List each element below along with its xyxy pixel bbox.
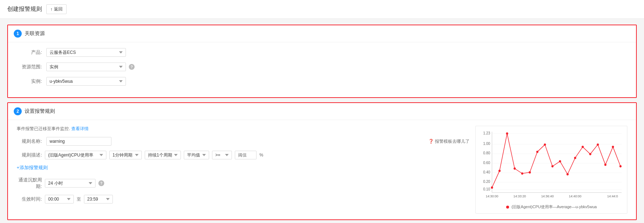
svg-text:14:33:20: 14:33:20 [513, 194, 526, 198]
chart-dot [551, 165, 554, 167]
effective-row: 生效时间: 00:00 至 23:59 [17, 195, 470, 203]
section2-title: 设置报警规则 [25, 108, 55, 115]
alert-info: 事件报警已迁移至事件监控. 查看详情 [17, 126, 470, 132]
duration-select[interactable]: 持续1个周期 [145, 151, 181, 159]
template-hint-text: 报警模板去哪儿了 [435, 139, 470, 144]
question-mark-icon: ❓ [428, 139, 434, 144]
section-alert-rule: 2 设置报警规则 事件报警已迁移至事件监控. 查看详情 规则名称: [7, 102, 637, 220]
period-select[interactable]: 1分钟周期 [109, 151, 142, 159]
resource-scope-select[interactable]: 实例 [46, 63, 126, 71]
back-label: 返回 [54, 6, 63, 12]
line-chart: 1.23 1.00 0.80 0.60 0.40 0.20 0.10 [479, 130, 623, 202]
chart-legend-text: (旧版Agent)CPU使用率—Average—u-ybkv5wua [512, 205, 597, 209]
effective-time-label: 生效时间: [17, 196, 42, 202]
chart-dot [597, 143, 599, 146]
chart-dot [559, 160, 561, 162]
svg-text:14:44:0: 14:44:0 [607, 194, 618, 198]
chart-dot [499, 170, 501, 172]
section1-body: 产品: 云服务器ECS 资源范围: 实例 ? 实例: [8, 42, 636, 97]
chart-dot [521, 172, 523, 175]
chart-dot [582, 146, 584, 148]
resource-scope-label: 资源范围: [17, 64, 42, 70]
chart-dot [506, 132, 508, 134]
resource-scope-control: 实例 ? [46, 63, 135, 71]
svg-text:0.80: 0.80 [483, 151, 490, 155]
chart-dot [544, 143, 546, 146]
section2-body: 事件报警已迁移至事件监控. 查看详情 规则名称: ❓ 报警模板去哪儿了 [8, 120, 636, 219]
resource-scope-row: 资源范围: 实例 ? [17, 63, 627, 71]
product-row: 产品: 云服务器ECS [17, 48, 627, 57]
template-hint: ❓ 报警模板去哪儿了 [428, 138, 470, 145]
add-rule-row: +添加报警规则 [17, 164, 470, 177]
page-title: 创建报警规则 [7, 5, 42, 13]
instance-row: 实例: u-ybkv5wua [17, 77, 627, 86]
step2-badge: 2 [14, 107, 22, 115]
form-side: 事件报警已迁移至事件监控. 查看详情 规则名称: ❓ 报警模板去哪儿了 [17, 126, 470, 214]
chart-panel: 1.23 1.00 0.80 0.60 0.40 0.20 0.10 [475, 126, 627, 214]
page-header: 创建报警规则 ↑ 返回 [0, 0, 644, 19]
time-end-select[interactable]: 23:59 [84, 195, 113, 203]
section2-content: 事件报警已迁移至事件监控. 查看详情 规则名称: ❓ 报警模板去哪儿了 [17, 126, 627, 214]
silence-row: 通道沉默周期: 24 小时 ? [17, 177, 470, 190]
svg-text:0.60: 0.60 [483, 160, 490, 164]
svg-text:1.00: 1.00 [483, 142, 490, 146]
rule-name-left: 规则名称: [17, 137, 111, 146]
section2-header: 2 设置报警规则 [8, 103, 636, 120]
resource-scope-help-icon[interactable]: ? [129, 64, 135, 70]
chart-dot [604, 164, 606, 166]
alert-info-text: 事件报警已迁移至事件监控. [17, 126, 70, 131]
rule-name-row: 规则名称: ❓ 报警模板去哪儿了 [17, 137, 470, 146]
chart-dot [536, 151, 538, 153]
silence-help-icon[interactable]: ? [98, 180, 104, 186]
rule-desc-row: 规则描述: (旧版Agent)CPU使用率 1分钟周期 持续1个周期 平均值 [17, 151, 470, 159]
main-content: 1 关联资源 产品: 云服务器ECS 资源范围: 实例 [0, 19, 644, 223]
chart-dot [619, 165, 622, 167]
add-rule-button[interactable]: +添加报警规则 [17, 164, 48, 171]
operator-select[interactable]: >= [212, 151, 232, 159]
chart-dot [514, 167, 516, 170]
instance-select[interactable]: u-ybkv5wua [46, 77, 126, 86]
chart-dot [612, 146, 614, 148]
svg-text:0.10: 0.10 [483, 187, 490, 191]
svg-text:14:30:00: 14:30:00 [486, 194, 498, 198]
product-control: 云服务器ECS [46, 48, 126, 57]
chart-line [492, 134, 620, 188]
step1-badge: 1 [14, 30, 22, 38]
svg-text:14:36:40: 14:36:40 [541, 194, 554, 198]
section1-title: 关联资源 [25, 30, 45, 37]
time-separator: 至 [77, 196, 81, 202]
silence-label: 通道沉默周期: [17, 177, 42, 190]
stat-select[interactable]: 平均值 [184, 151, 209, 159]
back-icon: ↑ [50, 7, 52, 12]
rule-desc-label: 规则描述: [17, 152, 42, 158]
chart-dot [529, 171, 531, 173]
chart-dot [574, 157, 576, 159]
chart-container: 1.23 1.00 0.80 0.60 0.40 0.20 0.10 [479, 130, 623, 202]
percent-label: % [259, 153, 263, 158]
section-associate-resource: 1 关联资源 产品: 云服务器ECS 资源范围: 实例 [7, 25, 637, 98]
svg-text:0.20: 0.20 [483, 180, 490, 184]
svg-text:0.40: 0.40 [483, 170, 490, 174]
chart-legend-dot [506, 206, 509, 209]
product-label: 产品: [17, 49, 42, 56]
chart-dot [589, 153, 591, 155]
metric-select[interactable]: (旧版Agent)CPU使用率 [45, 151, 106, 159]
chart-dot [567, 173, 569, 175]
chart-dot [491, 186, 493, 189]
svg-text:14:40:00: 14:40:00 [569, 194, 581, 198]
instance-control: u-ybkv5wua [46, 77, 126, 86]
product-select[interactable]: 云服务器ECS [46, 48, 126, 57]
threshold-input[interactable] [235, 151, 257, 159]
rule-name-label: 规则名称: [17, 138, 42, 145]
alert-info-link[interactable]: 查看详情 [71, 126, 89, 131]
silence-select[interactable]: 24 小时 [45, 179, 96, 188]
back-button[interactable]: ↑ 返回 [46, 4, 67, 14]
rule-name-input[interactable] [46, 137, 111, 146]
section1-header: 1 关联资源 [8, 25, 636, 42]
chart-legend: (旧版Agent)CPU使用率—Average—u-ybkv5wua [479, 204, 623, 210]
instance-label: 实例: [17, 78, 42, 85]
svg-text:1.23: 1.23 [483, 131, 490, 135]
time-start-select[interactable]: 00:00 [45, 195, 74, 203]
